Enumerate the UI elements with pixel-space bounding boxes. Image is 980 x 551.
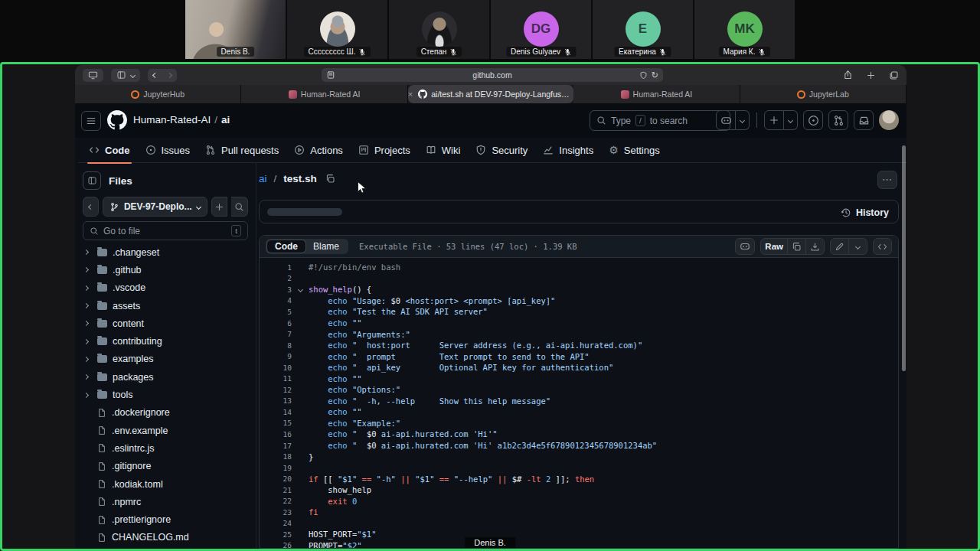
user-avatar[interactable] xyxy=(879,110,899,130)
tree-file-row[interactable]: .env.example xyxy=(78,422,254,439)
back-button[interactable] xyxy=(152,72,158,77)
line-number[interactable]: 21 xyxy=(260,486,292,494)
breadcrumb-dir[interactable]: ai xyxy=(259,173,267,184)
tree-file-row[interactable]: CHANGELOG.md xyxy=(78,529,254,546)
edit-menu-button[interactable] xyxy=(849,238,867,255)
line-number[interactable]: 20 xyxy=(260,474,292,483)
address-bar[interactable]: github.com ↻ xyxy=(322,68,663,82)
line-number[interactable]: 26 xyxy=(260,541,292,548)
tree-folder-row[interactable]: packages xyxy=(78,368,254,386)
tree-folder-row[interactable]: tools xyxy=(78,386,254,403)
forward-button[interactable] xyxy=(167,72,172,77)
create-new-menu-button[interactable] xyxy=(784,110,798,130)
participant-tile[interactable]: MKМария К. xyxy=(694,0,795,59)
more-options-button[interactable]: ⋯ xyxy=(877,171,897,189)
browser-tab[interactable]: Human-Rated AI xyxy=(241,85,407,103)
chevron-right-icon[interactable] xyxy=(84,357,92,361)
tab-overview-icon[interactable] xyxy=(889,70,899,80)
browser-tab[interactable]: ×ai/test.sh at DEV-97-Deploy-Langfuse - … xyxy=(408,85,573,103)
fold-toggle-icon[interactable] xyxy=(292,288,309,292)
new-tab-icon[interactable] xyxy=(866,70,876,80)
participant-tile[interactable]: Denis B. xyxy=(185,0,286,59)
add-file-button[interactable] xyxy=(211,197,228,217)
chevron-right-icon[interactable] xyxy=(84,286,92,290)
edit-pencil-icon[interactable] xyxy=(830,238,849,255)
tab-close-icon[interactable]: × xyxy=(408,90,413,99)
chevron-right-icon[interactable] xyxy=(84,393,92,397)
chevron-right-icon[interactable] xyxy=(84,250,92,254)
screen-share-indicator-button[interactable] xyxy=(83,69,103,82)
tree-file-row[interactable]: .dockerignore xyxy=(78,404,254,422)
copy-raw-icon[interactable] xyxy=(788,238,806,255)
search-tree-button[interactable] xyxy=(231,197,248,217)
line-number[interactable]: 19 xyxy=(260,464,292,472)
line-number[interactable]: 25 xyxy=(260,530,292,539)
tree-folder-row[interactable]: .github xyxy=(78,261,254,279)
chevron-right-icon[interactable] xyxy=(84,375,92,379)
tree-file-row[interactable]: .kodiak.toml xyxy=(78,475,254,493)
line-number[interactable]: 4 xyxy=(260,296,292,305)
copy-path-icon[interactable] xyxy=(325,174,335,184)
privacy-shield-icon[interactable] xyxy=(639,71,648,80)
download-icon[interactable] xyxy=(806,238,825,255)
pull-requests-button[interactable] xyxy=(828,110,848,130)
tree-file-row[interactable]: .gitignore xyxy=(78,458,254,475)
symbols-panel-button[interactable] xyxy=(873,238,892,255)
tree-folder-row[interactable]: content xyxy=(78,315,254,332)
tab-pull-requests[interactable]: Pull requests xyxy=(198,138,286,163)
issues-button[interactable] xyxy=(803,110,823,130)
tree-file-row[interactable]: .npmrc xyxy=(78,493,254,510)
participant-tile[interactable]: DGDenis Gulyaev xyxy=(491,0,591,59)
tab-wiki[interactable]: Wiki xyxy=(418,138,469,163)
tab-security[interactable]: Security xyxy=(468,138,535,163)
create-new-button[interactable] xyxy=(764,110,784,130)
line-number[interactable]: 13 xyxy=(260,396,292,405)
line-number[interactable]: 7 xyxy=(260,330,292,338)
line-number[interactable]: 5 xyxy=(260,308,292,316)
sidebar-toggle-button[interactable] xyxy=(111,69,140,82)
github-logo-icon[interactable] xyxy=(107,110,127,130)
browser-tab[interactable]: Human-Rated AI xyxy=(573,85,740,103)
tree-folder-row[interactable]: .changeset xyxy=(78,243,254,261)
line-number[interactable]: 16 xyxy=(260,430,292,439)
line-number[interactable]: 18 xyxy=(260,452,292,461)
tab-actions[interactable]: Actions xyxy=(286,138,351,163)
line-number[interactable]: 9 xyxy=(260,352,292,360)
line-number[interactable]: 24 xyxy=(260,519,292,527)
chevron-right-icon[interactable] xyxy=(84,321,92,325)
line-number[interactable]: 14 xyxy=(260,408,292,416)
hamburger-menu-button[interactable] xyxy=(81,111,101,131)
tab-insights[interactable]: Insights xyxy=(535,138,601,163)
share-icon[interactable] xyxy=(843,70,853,80)
copilot-code-button[interactable] xyxy=(735,238,755,255)
chevron-right-icon[interactable] xyxy=(84,304,92,308)
copilot-menu-button[interactable] xyxy=(736,110,750,130)
tab-code[interactable]: Code xyxy=(267,240,305,253)
tab-blame[interactable]: Blame xyxy=(305,240,347,253)
line-number[interactable]: 15 xyxy=(260,419,292,427)
raw-button[interactable]: Raw xyxy=(760,238,788,255)
browser-tab[interactable]: JupyterLab xyxy=(740,85,906,103)
inbox-button[interactable] xyxy=(854,110,874,130)
tree-folder-row[interactable]: contributing xyxy=(78,332,254,350)
participant-tile[interactable]: EЕкатерина xyxy=(593,0,693,59)
prev-branch-button[interactable] xyxy=(83,197,99,217)
tab-settings[interactable]: ⚙Settings xyxy=(601,138,668,163)
go-to-file-input[interactable]: Go to file t xyxy=(83,221,248,240)
code-content[interactable]: 1#!/usr/bin/env bash23show_help() {4 ech… xyxy=(260,258,898,548)
tree-folder-row[interactable]: .vscode xyxy=(78,279,254,297)
line-number[interactable]: 22 xyxy=(260,497,292,505)
line-number[interactable]: 10 xyxy=(260,364,292,372)
tree-file-row[interactable]: .eslintrc.js xyxy=(78,439,254,457)
line-number[interactable]: 8 xyxy=(260,341,292,350)
chevron-right-icon[interactable] xyxy=(84,268,92,272)
tree-folder-row[interactable]: assets xyxy=(78,297,254,315)
participant-tile[interactable]: Степан xyxy=(389,0,489,59)
copilot-button[interactable] xyxy=(716,110,736,130)
line-number[interactable]: 17 xyxy=(260,442,292,450)
line-number[interactable]: 1 xyxy=(260,263,292,272)
collapse-file-tree-button[interactable] xyxy=(83,171,101,190)
line-number[interactable]: 23 xyxy=(260,508,292,517)
page-scrollbar[interactable] xyxy=(902,145,906,371)
chevron-right-icon[interactable] xyxy=(84,340,92,344)
